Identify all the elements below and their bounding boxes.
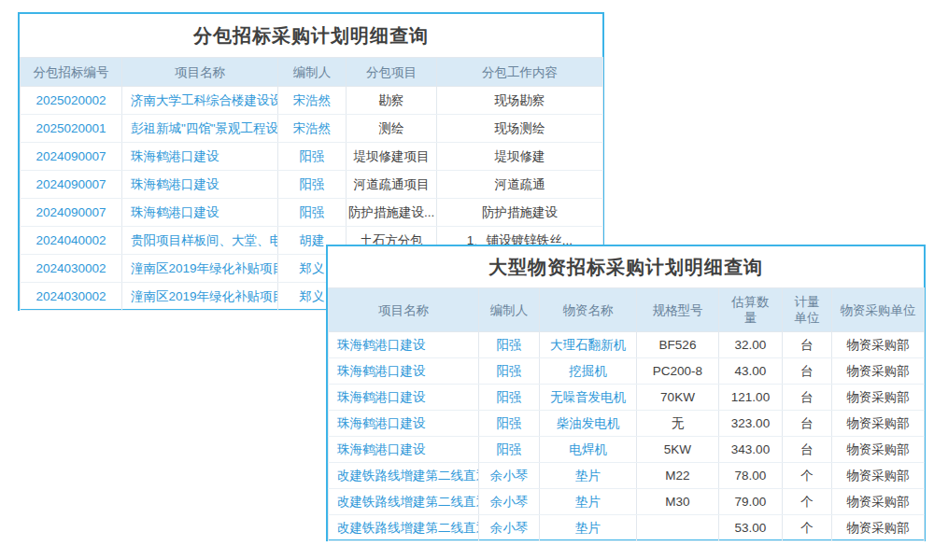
cell-text: M22 (637, 463, 719, 489)
cell-link[interactable]: 宋浩然 (278, 87, 347, 115)
cell-link[interactable]: 阳强 (278, 171, 347, 199)
cell-link[interactable]: 余小琴 (479, 515, 540, 541)
col-material-name: 物资名称 (540, 288, 637, 332)
cell-link[interactable]: 潼南区2019年绿化补贴项目 (122, 255, 278, 283)
table-row: 2024090007珠海鹤港口建设阳强堤坝修建项目堤坝修建 (21, 143, 603, 171)
table-row: 改建铁路线增建第二线直通余小琴垫片M2278.00个物资采购部 (329, 463, 925, 489)
cell-text: 测绘 (347, 115, 437, 143)
cell-link[interactable]: 余小琴 (479, 489, 540, 515)
cell-text: 台 (783, 332, 832, 358)
table-row: 改建铁路线增建第二线直通余小琴垫片M3079.00个物资采购部 (329, 489, 925, 515)
cell-text: 53.00 (719, 515, 783, 541)
cell-link[interactable]: 珠海鹤港口建设 (329, 411, 479, 437)
cell-link[interactable]: 阳强 (479, 437, 540, 463)
cell-link[interactable]: 2024090007 (21, 199, 122, 227)
cell-link[interactable]: 改建铁路线增建第二线直通 (329, 489, 479, 515)
cell-text: M30 (637, 489, 719, 515)
cell-link[interactable]: 珠海鹤港口建设 (122, 199, 278, 227)
cell-text: 物资采购部 (832, 358, 925, 385)
cell-link[interactable]: 宋浩然 (278, 115, 347, 143)
cell-link[interactable]: 阳强 (278, 143, 347, 171)
cell-link[interactable]: 2024090007 (21, 171, 122, 199)
cell-link[interactable]: 余小琴 (479, 463, 540, 489)
cell-link[interactable]: 阳强 (278, 199, 347, 227)
cell-text: 物资采购部 (832, 411, 925, 437)
cell-link[interactable]: 2024090007 (21, 143, 122, 171)
cell-link[interactable]: 垫片 (540, 489, 637, 515)
cell-link[interactable]: 彭祖新城"四馆"景观工程设 (122, 115, 278, 143)
cell-text: 5KW (637, 437, 719, 463)
table-row: 2025020002济南大学工科综合楼建设设宋浩然勘察现场勘察 (21, 87, 603, 115)
cell-text: 现场测绘 (437, 115, 603, 143)
cell-text: 323.00 (719, 411, 783, 437)
table-row: 珠海鹤港口建设阳强柴油发电机无323.00台物资采购部 (329, 411, 925, 437)
col-subcontract-item: 分包项目 (347, 58, 437, 87)
col-purchase-dept: 物资采购单位 (832, 288, 925, 332)
col-work-content: 分包工作内容 (437, 58, 603, 87)
cell-text: 河道疏通 (437, 171, 603, 199)
cell-text: 河道疏通项目 (347, 171, 437, 199)
table-row: 珠海鹤港口建设阳强电焊机5KW343.00台物资采购部 (329, 437, 925, 463)
table-row: 2024090007珠海鹤港口建设阳强防护措施建设...防护措施建设 (21, 199, 603, 227)
col-project-name: 项目名称 (329, 288, 479, 332)
cell-link[interactable]: 无噪音发电机 (540, 385, 637, 411)
cell-link[interactable]: 济南大学工科综合楼建设设 (122, 87, 278, 115)
material-plan-table: 项目名称 编制人 物资名称 规格型号 估算数量 计量单位 物资采购单位 珠海鹤港… (328, 287, 925, 541)
cell-text (637, 515, 719, 541)
cell-text: 防护措施建设... (347, 199, 437, 227)
col-bid-number: 分包招标编号 (21, 58, 122, 87)
cell-link[interactable]: 改建铁路线增建第二线直通 (329, 515, 479, 541)
cell-link[interactable]: 珠海鹤港口建设 (329, 385, 479, 411)
cell-text: PC200-8 (637, 358, 719, 385)
cell-link[interactable]: 阳强 (479, 358, 540, 385)
page-title: 分包招标采购计划明细查询 (20, 14, 602, 57)
page-title: 大型物资招标采购计划明细查询 (328, 246, 924, 287)
cell-text: 物资采购部 (832, 463, 925, 489)
cell-link[interactable]: 珠海鹤港口建设 (122, 143, 278, 171)
cell-link[interactable]: 2024040002 (21, 227, 122, 255)
cell-text: 现场勘察 (437, 87, 603, 115)
cell-text: 78.00 (719, 463, 783, 489)
cell-link[interactable]: 2025020001 (21, 115, 122, 143)
cell-link[interactable]: 改建铁路线增建第二线直通 (329, 463, 479, 489)
cell-link[interactable]: 2024030002 (21, 255, 122, 283)
cell-link[interactable]: 阳强 (479, 385, 540, 411)
cell-text: 堤坝修建项目 (347, 143, 437, 171)
cell-link[interactable]: 珠海鹤港口建设 (329, 332, 479, 358)
table-row: 珠海鹤港口建设阳强无噪音发电机70KW121.00台物资采购部 (329, 385, 925, 411)
cell-text: 台 (783, 411, 832, 437)
table-row: 2025020001彭祖新城"四馆"景观工程设宋浩然测绘现场测绘 (21, 115, 603, 143)
cell-link[interactable]: 挖掘机 (540, 358, 637, 385)
cell-link[interactable]: 2024030002 (21, 283, 122, 311)
cell-link[interactable]: 珠海鹤港口建设 (122, 171, 278, 199)
cell-link[interactable]: 柴油发电机 (540, 411, 637, 437)
col-spec-model: 规格型号 (637, 288, 719, 332)
cell-link[interactable]: 阳强 (479, 332, 540, 358)
cell-text: 个 (783, 463, 832, 489)
cell-link[interactable]: 贵阳项目样板间、大堂、电 (122, 227, 278, 255)
col-compiler: 编制人 (278, 58, 347, 87)
table-header-row: 项目名称 编制人 物资名称 规格型号 估算数量 计量单位 物资采购单位 (329, 288, 925, 332)
col-measure-unit: 计量单位 (783, 288, 832, 332)
col-estimated-qty: 估算数量 (719, 288, 783, 332)
cell-text: 43.00 (719, 358, 783, 385)
cell-link[interactable]: 大理石翻新机 (540, 332, 637, 358)
cell-text: 台 (783, 385, 832, 411)
table-row: 珠海鹤港口建设阳强挖掘机PC200-843.00台物资采购部 (329, 358, 925, 385)
cell-text: 防护措施建设 (437, 199, 603, 227)
cell-link[interactable]: 垫片 (540, 515, 637, 541)
cell-text: 堤坝修建 (437, 143, 603, 171)
cell-text: 台 (783, 437, 832, 463)
cell-link[interactable]: 电焊机 (540, 437, 637, 463)
table-row: 2024090007珠海鹤港口建设阳强河道疏通项目河道疏通 (21, 171, 603, 199)
cell-text: 无 (637, 411, 719, 437)
cell-link[interactable]: 珠海鹤港口建设 (329, 437, 479, 463)
table-row: 改建铁路线增建第二线直通余小琴垫片53.00个物资采购部 (329, 515, 925, 541)
cell-link[interactable]: 2025020002 (21, 87, 122, 115)
cell-link[interactable]: 阳强 (479, 411, 540, 437)
cell-link[interactable]: 珠海鹤港口建设 (329, 358, 479, 385)
cell-text: 79.00 (719, 489, 783, 515)
material-plan-window: 大型物资招标采购计划明细查询 项目名称 编制人 物资名称 规格型号 估算数量 计… (326, 245, 926, 541)
cell-link[interactable]: 垫片 (540, 463, 637, 489)
cell-link[interactable]: 潼南区2019年绿化补贴项目 (122, 283, 278, 311)
